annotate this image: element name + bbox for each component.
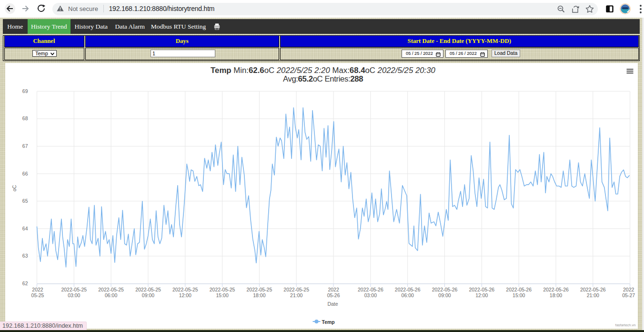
svg-text:68: 68	[22, 115, 28, 121]
svg-text:03:00: 03:00	[68, 292, 80, 298]
svg-text:21:00: 21:00	[586, 292, 599, 298]
svg-text:64: 64	[22, 225, 28, 231]
svg-text:09:00: 09:00	[438, 292, 451, 298]
svg-text:Date: Date	[327, 301, 338, 306]
svg-text:12:00: 12:00	[475, 292, 488, 298]
svg-text:15:00: 15:00	[216, 292, 228, 298]
svg-text:12:00: 12:00	[179, 292, 191, 298]
svg-text:69: 69	[22, 88, 28, 93]
svg-text:2022: 2022	[328, 286, 339, 292]
svg-text:2022-05-26: 2022-05-26	[543, 286, 569, 292]
svg-text:2022-05-25: 2022-05-25	[283, 286, 309, 292]
svg-text:03:00: 03:00	[364, 292, 376, 298]
svg-text:05-27: 05-27	[622, 292, 635, 298]
svg-text:21:00: 21:00	[290, 292, 302, 298]
svg-text:18:00: 18:00	[253, 292, 265, 298]
svg-text:05-26: 05-26	[327, 292, 340, 298]
svg-text:2022: 2022	[623, 286, 634, 292]
svg-text:05-25: 05-25	[31, 292, 44, 298]
svg-text:66: 66	[22, 170, 28, 176]
svg-text:oC: oC	[11, 185, 17, 191]
svg-text:15:00: 15:00	[513, 292, 525, 298]
svg-text:2022-05-26: 2022-05-26	[580, 286, 605, 292]
svg-text:2022-05-26: 2022-05-26	[358, 286, 383, 292]
svg-text:06:00: 06:00	[104, 292, 117, 298]
svg-text:06:00: 06:00	[401, 292, 413, 298]
svg-text:2022-05-26: 2022-05-26	[469, 286, 494, 292]
svg-text:2022-05-25: 2022-05-25	[246, 286, 272, 292]
svg-text:65: 65	[22, 198, 28, 204]
svg-text:Temp Min:62.6oC 2022/5/25 2:20: Temp Min:62.6oC 2022/5/25 2:20 Max:68.4o…	[211, 66, 435, 75]
svg-text:2022: 2022	[32, 286, 43, 292]
svg-text:18:00: 18:00	[549, 292, 562, 298]
svg-text:Temp: Temp	[322, 319, 334, 324]
svg-text:2022-05-25: 2022-05-25	[98, 286, 124, 292]
svg-text:09:00: 09:00	[141, 292, 154, 298]
svg-text:67: 67	[22, 143, 28, 149]
svg-text:2022-05-25: 2022-05-25	[61, 286, 87, 292]
svg-text:2022-05-26: 2022-05-26	[506, 286, 532, 292]
svg-text:2022-05-25: 2022-05-25	[209, 286, 235, 292]
svg-text:2022-05-26: 2022-05-26	[394, 286, 420, 292]
svg-text:Avg:65.2oC Entries:288: Avg:65.2oC Entries:288	[282, 74, 362, 83]
svg-text:2022-05-25: 2022-05-25	[172, 286, 198, 292]
svg-text:63: 63	[22, 253, 28, 259]
svg-text:2022-05-26: 2022-05-26	[432, 286, 457, 292]
svg-text:2022-05-25: 2022-05-25	[135, 286, 161, 292]
svg-text:62: 62	[22, 280, 28, 286]
